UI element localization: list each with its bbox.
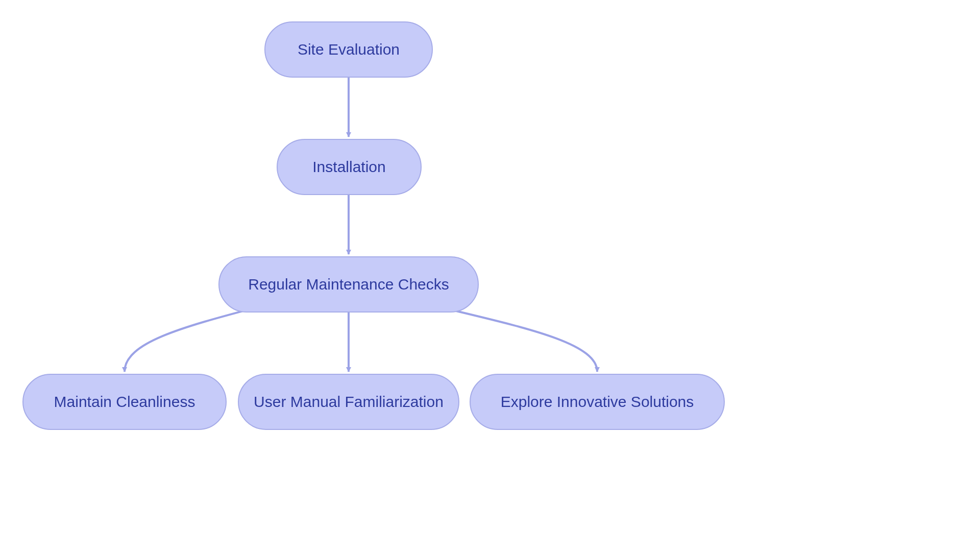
node-explore-innovative-solutions: Explore Innovative Solutions (470, 374, 725, 430)
node-site-evaluation: Site Evaluation (264, 21, 433, 78)
node-label: Explore Innovative Solutions (501, 393, 694, 411)
node-label: User Manual Familiarization (254, 393, 444, 411)
flowchart-canvas: Site Evaluation Installation Regular Mai… (0, 0, 980, 553)
node-label: Maintain Cleanliness (54, 393, 195, 411)
edge-maintenance-to-cleanliness (125, 306, 260, 372)
node-maintain-cleanliness: Maintain Cleanliness (22, 374, 227, 430)
node-regular-maintenance-checks: Regular Maintenance Checks (218, 256, 479, 312)
node-label: Site Evaluation (298, 41, 400, 58)
edges-layer (0, 0, 980, 553)
node-user-manual-familiarization: User Manual Familiarization (238, 374, 459, 430)
node-installation: Installation (277, 139, 422, 195)
node-label: Installation (312, 158, 385, 176)
node-label: Regular Maintenance Checks (248, 276, 449, 293)
edge-maintenance-to-innovative (437, 306, 597, 372)
